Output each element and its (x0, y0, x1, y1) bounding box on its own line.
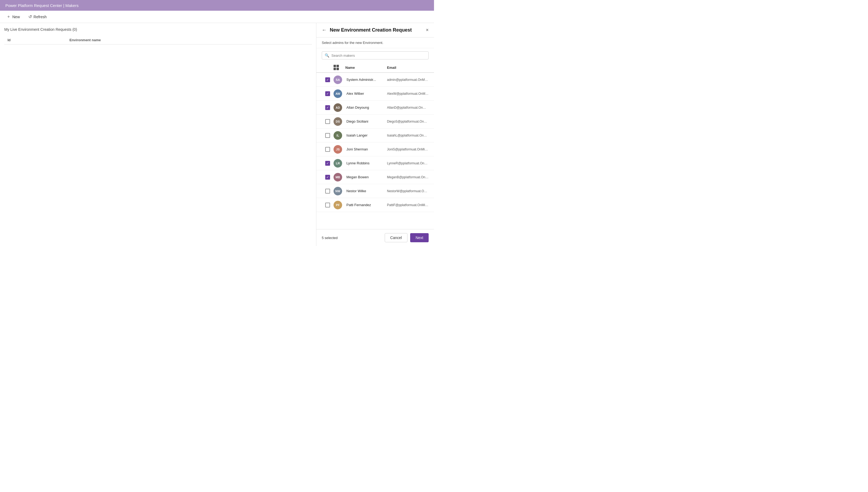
col-email-header: Email (387, 66, 429, 70)
main-content: My Live Environment Creation Requests (0… (0, 23, 434, 246)
maker-row-isaiah-langer: ILIsaiah LangerIsaiahL@pplatformuat.OnMi… (316, 128, 434, 142)
action-bar: ＋ New ↺ Refresh (0, 11, 434, 23)
maker-email-patti-fernandez: PattiF@pplatformuat.OnMicrosoft.com (387, 203, 429, 207)
checkbox-lynne-robbins[interactable] (325, 161, 330, 166)
avatar-system-admin: SA (333, 75, 342, 84)
drawer-subtitle: Select admins for the new Environment. (316, 38, 434, 48)
checkbox-wrapper (322, 133, 333, 138)
avatar-lynne-robbins: LR (333, 159, 342, 168)
search-input[interactable] (331, 53, 426, 57)
makers-table-header: Name Email (316, 63, 434, 73)
maker-name-nestor-wilke: Nestor Wilke (345, 189, 387, 193)
makers-rows: SASystem Administr...admin@pplatformuat.… (316, 73, 434, 212)
back-arrow-icon: ← (322, 27, 327, 33)
next-button[interactable]: Next (410, 233, 429, 242)
close-icon: × (426, 27, 429, 33)
checkbox-wrapper (322, 203, 333, 207)
maker-name-joni-sherman: Joni Sherman (345, 147, 387, 151)
maker-name-isaiah-langer: Isaiah Langer (345, 133, 387, 137)
maker-name-diego-siciliani: Diego Siciliani (345, 119, 387, 123)
checkbox-alex-wilber[interactable] (325, 91, 330, 96)
requests-table: Id Environment name (4, 36, 312, 44)
maker-email-megan-bowen: MeganB@pplatformuat.OnMicrosoft.... (387, 175, 429, 179)
checkbox-wrapper (322, 175, 333, 180)
col-name-header: Name (345, 66, 387, 70)
maker-email-lynne-robbins: LynneR@pplatformuat.OnMicrosoft.c... (387, 162, 429, 165)
maker-name-alex-wilber: Alex Wilber (345, 92, 387, 96)
maker-row-diego-siciliani: DSDiego SicilianiDiegoS@pplatformuat.OnM… (316, 115, 434, 128)
avatar-megan-bowen: MB (333, 173, 342, 181)
search-box: 🔍 (322, 51, 429, 59)
checkbox-wrapper (322, 147, 333, 152)
maker-name-megan-bowen: Megan Bowen (345, 175, 387, 179)
new-button[interactable]: ＋ New (4, 13, 22, 21)
maker-row-joni-sherman: JSJoni ShermanJoniS@pplatformuat.OnMicro… (316, 142, 434, 156)
grid-icon (333, 65, 339, 70)
col-env-name: Environment name (66, 36, 312, 44)
avatar-alex-wilber: AW (333, 90, 342, 98)
footer-buttons: Cancel Next (385, 233, 429, 242)
section-title: My Live Environment Creation Requests (0… (4, 27, 312, 31)
checkbox-wrapper (322, 119, 333, 124)
maker-email-allan-deyoung: AllanD@pplatformuat.OnMicrosoft.c... (387, 106, 429, 109)
checkbox-megan-bowen[interactable] (325, 175, 330, 180)
right-panel: ← New Environment Creation Request × Sel… (316, 23, 434, 246)
drawer-header: ← New Environment Creation Request × (316, 23, 434, 38)
avatar-diego-siciliani: DS (333, 117, 342, 126)
app-title: Power Platform Request Center | Makers (5, 3, 78, 8)
drawer-title: New Environment Creation Request (330, 27, 422, 33)
checkbox-wrapper (322, 161, 333, 166)
avatar-allan-deyoung: AD (333, 103, 342, 112)
checkbox-wrapper (322, 91, 333, 96)
avatar-nestor-wilke: NW (333, 187, 342, 195)
plus-icon: ＋ (6, 14, 11, 20)
close-button[interactable]: × (426, 27, 429, 33)
avatar-joni-sherman: JS (333, 145, 342, 154)
maker-row-alex-wilber: AWAlex WilberAlexW@pplatformuat.OnMicros… (316, 87, 434, 101)
top-bar: Power Platform Request Center | Makers (0, 0, 434, 11)
checkbox-nestor-wilke[interactable] (325, 189, 330, 194)
refresh-button[interactable]: ↺ Refresh (26, 13, 49, 20)
checkbox-isaiah-langer[interactable] (325, 133, 330, 138)
maker-row-nestor-wilke: NWNestor WilkeNestorW@pplatformuat.OnMic… (316, 184, 434, 198)
maker-email-system-admin: admin@pplatformuat.OnMicrosoft.co... (387, 78, 429, 82)
avatar-patti-fernandez: PF (333, 201, 342, 209)
checkbox-diego-siciliani[interactable] (325, 119, 330, 124)
left-panel: My Live Environment Creation Requests (0… (0, 23, 316, 246)
checkbox-wrapper (322, 105, 333, 110)
col-id: Id (4, 36, 66, 44)
makers-table: Name Email SASystem Administr...admin@pp… (316, 63, 434, 229)
refresh-icon: ↺ (28, 14, 32, 19)
maker-row-allan-deyoung: ADAllan DeyoungAllanD@pplatformuat.OnMic… (316, 101, 434, 115)
drawer-footer: 5 selected Cancel Next (316, 229, 434, 246)
maker-name-allan-deyoung: Allan Deyoung (345, 105, 387, 109)
checkbox-wrapper (322, 77, 333, 82)
checkbox-joni-sherman[interactable] (325, 147, 330, 152)
maker-row-patti-fernandez: PFPatti FernandezPattiF@pplatformuat.OnM… (316, 198, 434, 212)
maker-email-alex-wilber: AlexW@pplatformuat.OnMicrosoft.c... (387, 92, 429, 96)
avatar-col-header (333, 65, 345, 70)
maker-email-diego-siciliani: DiegoS@pplatformuat.OnMicrosoft.c... (387, 120, 429, 123)
maker-name-system-admin: System Administr... (345, 78, 387, 82)
checkbox-allan-deyoung[interactable] (325, 105, 330, 110)
search-icon: 🔍 (325, 53, 329, 57)
maker-email-joni-sherman: JoniS@pplatformuat.OnMicrosoft.com (387, 147, 429, 151)
checkbox-wrapper (322, 189, 333, 194)
checkbox-patti-fernandez[interactable] (325, 203, 330, 207)
maker-row-lynne-robbins: LRLynne RobbinsLynneR@pplatformuat.OnMic… (316, 156, 434, 170)
cancel-button[interactable]: Cancel (385, 233, 408, 242)
maker-row-system-admin: SASystem Administr...admin@pplatformuat.… (316, 73, 434, 87)
avatar-isaiah-langer: IL (333, 131, 342, 140)
back-button[interactable]: ← (322, 27, 327, 33)
maker-row-megan-bowen: MBMegan BowenMeganB@pplatformuat.OnMicro… (316, 170, 434, 184)
maker-name-patti-fernandez: Patti Fernandez (345, 203, 387, 207)
selected-count: 5 selected (322, 236, 337, 240)
maker-email-isaiah-langer: IsaiahL@pplatformuat.OnMicrosoft.c... (387, 133, 429, 137)
maker-name-lynne-robbins: Lynne Robbins (345, 161, 387, 165)
maker-email-nestor-wilke: NestorW@pplatformuat.OnMicrosoft.... (387, 189, 429, 193)
checkbox-system-admin[interactable] (325, 77, 330, 82)
